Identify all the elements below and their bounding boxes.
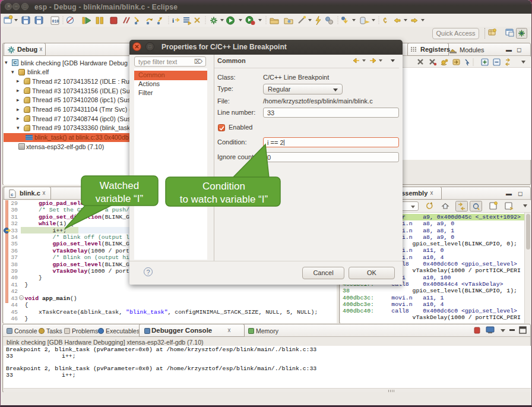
- svg-text:c: c: [11, 192, 14, 197]
- svg-text:i: i: [172, 17, 174, 24]
- svg-text:010: 010: [52, 20, 59, 24]
